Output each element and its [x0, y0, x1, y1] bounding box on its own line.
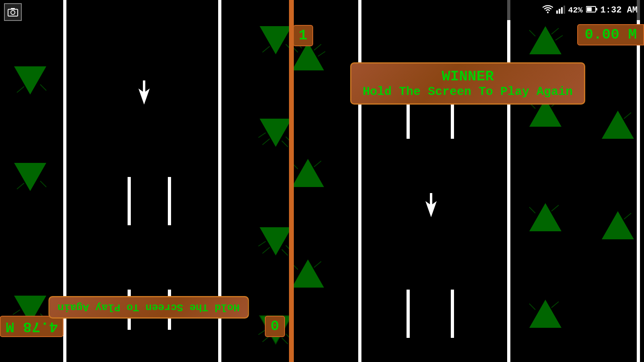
svg-line-64: [529, 304, 535, 310]
road-dash: [451, 99, 454, 139]
left-distance-box: 4.78 M: [0, 316, 64, 337]
svg-line-24: [282, 141, 288, 147]
winner-banner[interactable]: WINNER Hold The Screen To Play Again: [350, 62, 585, 105]
svg-marker-34: [14, 163, 46, 191]
tree: [294, 257, 326, 292]
svg-marker-37: [14, 66, 46, 95]
road-dash: [407, 99, 410, 139]
svg-line-39: [17, 86, 24, 93]
svg-rect-7: [564, 6, 565, 14]
svg-line-67: [624, 113, 631, 119]
road-line: [358, 0, 361, 362]
svg-line-36: [17, 183, 24, 189]
road-line: [637, 0, 640, 362]
road-dash: [168, 177, 171, 225]
svg-line-14: [282, 338, 288, 344]
winner-title: WINNER: [363, 68, 573, 85]
left-banner[interactable]: Hold The Screen To Play Again: [48, 296, 249, 319]
left-banner-text: Hold The Screen To Play Again: [58, 301, 239, 313]
tree: [12, 62, 48, 97]
tree: [12, 159, 48, 193]
svg-line-43: [294, 46, 298, 52]
time-display: 1:32 AM: [601, 5, 638, 15]
tree: [600, 209, 636, 243]
road-dash: [451, 290, 454, 338]
svg-marker-63: [529, 300, 561, 328]
svg-marker-27: [260, 26, 290, 54]
left-car: [138, 78, 150, 105]
road-dash: [128, 177, 131, 225]
tree: [600, 109, 636, 143]
screenshot-icon: [4, 3, 22, 21]
svg-line-26: [258, 133, 266, 138]
road-line: [507, 0, 510, 362]
svg-marker-60: [529, 203, 561, 231]
svg-point-1: [11, 10, 15, 14]
svg-marker-53: [529, 26, 561, 54]
battery-percent: 42%: [568, 6, 583, 15]
tree: [258, 22, 290, 56]
svg-rect-4: [556, 10, 558, 14]
svg-marker-22: [260, 119, 290, 147]
player2-score-box: 1: [293, 25, 313, 46]
svg-line-61: [529, 207, 535, 213]
tree: [258, 223, 290, 257]
tree: [527, 24, 564, 58]
svg-line-69: [624, 213, 631, 219]
signal-icon: [556, 5, 565, 16]
svg-line-45: [314, 44, 321, 50]
svg-line-51: [294, 263, 298, 269]
player1-score: 0: [270, 318, 279, 335]
right-car: [425, 193, 437, 219]
tree: [527, 201, 564, 235]
svg-line-25: [262, 139, 270, 145]
svg-rect-10: [596, 8, 597, 10]
svg-rect-9: [587, 7, 592, 11]
player1-score-box: 0: [265, 316, 285, 337]
svg-marker-42: [294, 42, 324, 70]
svg-line-29: [262, 46, 270, 52]
svg-marker-66: [602, 111, 634, 139]
svg-line-54: [529, 30, 535, 36]
svg-marker-17: [260, 227, 290, 255]
svg-rect-41: [143, 80, 145, 93]
battery-icon: [586, 6, 597, 15]
distance-display: 0.00 M: [577, 24, 644, 45]
svg-line-20: [262, 247, 270, 253]
status-bar: 42% 1:32 AM: [507, 0, 644, 20]
tree: [294, 157, 326, 191]
svg-rect-5: [559, 9, 560, 14]
game-area: 1 0 0.00 M 4.78 M WINNER Hold The Screen…: [0, 0, 644, 362]
svg-line-48: [294, 163, 298, 169]
svg-marker-47: [294, 159, 324, 187]
svg-point-3: [547, 12, 549, 13]
wifi-icon: [543, 5, 553, 16]
svg-line-35: [40, 181, 46, 187]
svg-line-56: [555, 35, 563, 40]
svg-line-46: [318, 51, 325, 56]
svg-line-62: [551, 205, 559, 211]
road-dash: [407, 290, 410, 338]
right-lane: [294, 0, 644, 362]
left-distance: 4.78 M: [6, 318, 58, 335]
svg-line-33: [13, 310, 20, 315]
tree: [527, 298, 564, 332]
svg-marker-68: [602, 211, 634, 239]
center-divider: [289, 0, 294, 362]
svg-line-19: [282, 249, 288, 255]
player2-score: 1: [299, 27, 308, 44]
svg-marker-50: [294, 259, 324, 288]
svg-line-38: [40, 84, 46, 90]
svg-line-49: [314, 161, 321, 167]
svg-line-65: [551, 302, 559, 308]
tree: [258, 115, 290, 149]
svg-line-55: [551, 28, 559, 34]
svg-rect-71: [430, 193, 432, 205]
svg-line-21: [258, 241, 266, 246]
svg-rect-2: [11, 8, 15, 10]
svg-line-52: [314, 261, 321, 267]
svg-rect-6: [561, 7, 563, 14]
winner-subtitle: Hold The Screen To Play Again: [363, 85, 573, 99]
